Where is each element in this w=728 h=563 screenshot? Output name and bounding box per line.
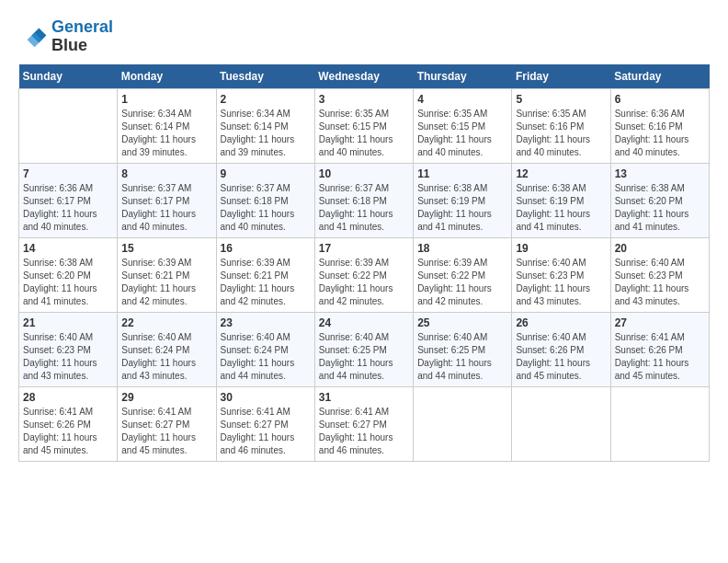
weekday-header: Wednesday [314,64,413,89]
day-info: Sunrise: 6:38 AM Sunset: 6:19 PM Dayligh… [516,182,606,234]
day-info: Sunrise: 6:40 AM Sunset: 6:23 PM Dayligh… [615,257,705,308]
day-info: Sunrise: 6:41 AM Sunset: 6:27 PM Dayligh… [121,406,211,457]
calendar-cell: 21Sunrise: 6:40 AM Sunset: 6:23 PM Dayli… [19,312,118,386]
day-number: 9 [221,167,311,180]
calendar-cell: 8Sunrise: 6:37 AM Sunset: 6:17 PM Daylig… [118,163,216,237]
day-info: Sunrise: 6:38 AM Sunset: 6:20 PM Dayligh… [615,182,705,234]
calendar-cell [19,88,118,163]
calendar-cell: 6Sunrise: 6:36 AM Sunset: 6:16 PM Daylig… [610,88,709,163]
day-info: Sunrise: 6:40 AM Sunset: 6:23 PM Dayligh… [23,331,113,383]
day-info: Sunrise: 6:40 AM Sunset: 6:24 PM Dayligh… [121,331,211,383]
day-info: Sunrise: 6:39 AM Sunset: 6:21 PM Dayligh… [121,257,211,308]
calendar-cell: 24Sunrise: 6:40 AM Sunset: 6:25 PM Dayli… [314,312,413,386]
calendar-cell: 2Sunrise: 6:34 AM Sunset: 6:14 PM Daylig… [216,88,314,163]
day-number: 8 [121,167,211,180]
day-number: 12 [516,167,606,180]
day-number: 7 [23,167,113,180]
day-number: 11 [417,167,507,180]
day-number: 1 [121,93,211,106]
day-info: Sunrise: 6:35 AM Sunset: 6:15 PM Dayligh… [319,108,409,159]
day-number: 24 [319,316,409,329]
calendar-cell: 27Sunrise: 6:41 AM Sunset: 6:26 PM Dayli… [610,312,709,386]
calendar-cell: 9Sunrise: 6:37 AM Sunset: 6:18 PM Daylig… [216,163,314,237]
day-number: 21 [23,316,113,329]
day-info: Sunrise: 6:40 AM Sunset: 6:26 PM Dayligh… [516,331,606,383]
calendar-cell: 5Sunrise: 6:35 AM Sunset: 6:16 PM Daylig… [512,88,610,163]
day-number: 3 [319,93,409,106]
day-info: Sunrise: 6:41 AM Sunset: 6:27 PM Dayligh… [319,406,409,457]
calendar-cell [414,386,512,461]
day-number: 14 [23,242,113,255]
day-number: 13 [615,167,705,180]
calendar-cell: 12Sunrise: 6:38 AM Sunset: 6:19 PM Dayli… [512,163,610,237]
day-number: 25 [417,316,507,329]
weekday-header: Tuesday [216,64,314,89]
logo: General Blue [18,18,113,55]
day-number: 17 [319,242,409,255]
calendar-cell: 31Sunrise: 6:41 AM Sunset: 6:27 PM Dayli… [314,386,413,461]
header-row: SundayMondayTuesdayWednesdayThursdayFrid… [19,64,710,89]
calendar-cell: 26Sunrise: 6:40 AM Sunset: 6:26 PM Dayli… [512,312,610,386]
day-info: Sunrise: 6:38 AM Sunset: 6:20 PM Dayligh… [23,257,113,308]
calendar-cell: 16Sunrise: 6:39 AM Sunset: 6:21 PM Dayli… [216,237,314,312]
day-number: 6 [615,93,705,106]
calendar-cell: 13Sunrise: 6:38 AM Sunset: 6:20 PM Dayli… [610,163,709,237]
calendar-cell: 17Sunrise: 6:39 AM Sunset: 6:22 PM Dayli… [314,237,413,312]
calendar-cell [610,386,709,461]
day-info: Sunrise: 6:41 AM Sunset: 6:27 PM Dayligh… [221,406,311,457]
day-info: Sunrise: 6:37 AM Sunset: 6:17 PM Dayligh… [121,182,211,234]
day-info: Sunrise: 6:40 AM Sunset: 6:23 PM Dayligh… [516,257,606,308]
calendar-cell: 29Sunrise: 6:41 AM Sunset: 6:27 PM Dayli… [118,386,216,461]
day-number: 18 [417,242,507,255]
day-number: 2 [221,93,311,106]
day-number: 5 [516,93,606,106]
day-number: 31 [319,391,409,404]
day-number: 23 [221,316,311,329]
calendar-week: 7Sunrise: 6:36 AM Sunset: 6:17 PM Daylig… [19,163,710,237]
day-number: 10 [319,167,409,180]
logo-icon [18,22,48,52]
page-header: General Blue [18,18,710,55]
day-number: 16 [221,242,311,255]
day-number: 26 [516,316,606,329]
calendar-cell: 14Sunrise: 6:38 AM Sunset: 6:20 PM Dayli… [19,237,118,312]
day-info: Sunrise: 6:40 AM Sunset: 6:24 PM Dayligh… [221,331,311,383]
calendar-cell: 28Sunrise: 6:41 AM Sunset: 6:26 PM Dayli… [19,386,118,461]
day-info: Sunrise: 6:41 AM Sunset: 6:26 PM Dayligh… [615,331,705,383]
calendar-cell: 18Sunrise: 6:39 AM Sunset: 6:22 PM Dayli… [414,237,512,312]
calendar-cell: 19Sunrise: 6:40 AM Sunset: 6:23 PM Dayli… [512,237,610,312]
day-info: Sunrise: 6:39 AM Sunset: 6:22 PM Dayligh… [417,257,507,308]
weekday-header: Saturday [610,64,709,89]
calendar-week: 21Sunrise: 6:40 AM Sunset: 6:23 PM Dayli… [19,312,710,386]
weekday-header: Friday [512,64,610,89]
calendar-cell: 4Sunrise: 6:35 AM Sunset: 6:15 PM Daylig… [414,88,512,163]
day-number: 27 [615,316,705,329]
day-number: 28 [23,391,113,404]
day-number: 20 [615,242,705,255]
day-number: 19 [516,242,606,255]
calendar-cell: 15Sunrise: 6:39 AM Sunset: 6:21 PM Dayli… [118,237,216,312]
logo-text: General Blue [51,18,113,55]
calendar-cell: 3Sunrise: 6:35 AM Sunset: 6:15 PM Daylig… [314,88,413,163]
day-info: Sunrise: 6:40 AM Sunset: 6:25 PM Dayligh… [319,331,409,383]
calendar-cell: 22Sunrise: 6:40 AM Sunset: 6:24 PM Dayli… [118,312,216,386]
day-info: Sunrise: 6:39 AM Sunset: 6:21 PM Dayligh… [221,257,311,308]
day-number: 4 [417,93,507,106]
day-info: Sunrise: 6:35 AM Sunset: 6:16 PM Dayligh… [516,108,606,159]
weekday-header: Thursday [414,64,512,89]
day-info: Sunrise: 6:35 AM Sunset: 6:15 PM Dayligh… [417,108,507,159]
day-info: Sunrise: 6:36 AM Sunset: 6:17 PM Dayligh… [23,182,113,234]
day-info: Sunrise: 6:41 AM Sunset: 6:26 PM Dayligh… [23,406,113,457]
day-info: Sunrise: 6:34 AM Sunset: 6:14 PM Dayligh… [121,108,211,159]
calendar-week: 14Sunrise: 6:38 AM Sunset: 6:20 PM Dayli… [19,237,710,312]
day-number: 30 [221,391,311,404]
calendar-week: 28Sunrise: 6:41 AM Sunset: 6:26 PM Dayli… [19,386,710,461]
weekday-header: Sunday [19,64,118,89]
day-info: Sunrise: 6:36 AM Sunset: 6:16 PM Dayligh… [615,108,705,159]
weekday-header: Monday [118,64,216,89]
day-info: Sunrise: 6:38 AM Sunset: 6:19 PM Dayligh… [417,182,507,234]
day-info: Sunrise: 6:39 AM Sunset: 6:22 PM Dayligh… [319,257,409,308]
day-number: 15 [121,242,211,255]
calendar-cell: 10Sunrise: 6:37 AM Sunset: 6:18 PM Dayli… [314,163,413,237]
calendar-cell: 7Sunrise: 6:36 AM Sunset: 6:17 PM Daylig… [19,163,118,237]
